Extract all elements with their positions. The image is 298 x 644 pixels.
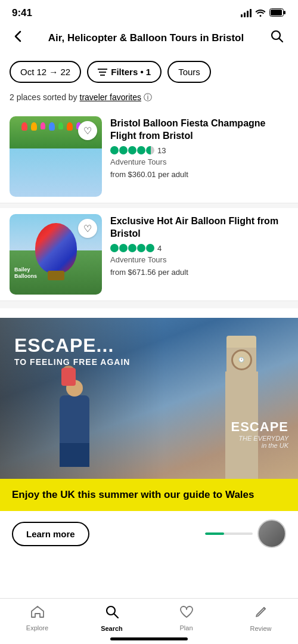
banner-subtitle: TO FEELING FREE AGAIN (14, 357, 130, 367)
banner-image: 🕐 ESCAPE... TO FEELING FREE AGAIN ESCAPE… (0, 318, 298, 479)
listing-image-wrap-2: BaileyBalloons ♡ (10, 214, 102, 295)
star-rating-2 (110, 244, 154, 252)
review-count-1: 13 (157, 146, 166, 155)
rating-row-2: 4 (110, 244, 288, 253)
svg-line-4 (280, 39, 283, 42)
listing-card-2[interactable]: BaileyBalloons ♡ Exclusive Hot Air Ballo… (0, 208, 298, 301)
listing-info-1: Bristol Balloon Fiesta Champagne Flight … (110, 116, 288, 197)
listing-title-2: Exclusive Hot Air Balloon Flight from Br… (110, 215, 288, 240)
person-silhouette (60, 395, 89, 467)
search-nav-icon (105, 605, 119, 623)
listing-info-2: Exclusive Hot Air Balloon Flight from Br… (110, 214, 288, 295)
nav-label-explore: Explore (26, 624, 48, 631)
nav-label-plan: Plan (179, 624, 193, 631)
banner-caption: Enjoy the UK this summer with our guide … (0, 479, 298, 511)
banner-ad[interactable]: 🕐 ESCAPE... TO FEELING FREE AGAIN ESCAPE… (0, 318, 298, 554)
svg-rect-2 (284, 11, 285, 14)
info-icon: ⓘ (144, 92, 152, 102)
progress-bar (205, 532, 253, 535)
home-indicator (110, 637, 188, 640)
battery-icon (269, 8, 286, 18)
filters-chip[interactable]: Filters • 1 (87, 61, 162, 83)
avatar (257, 519, 286, 548)
pencil-icon (254, 605, 268, 623)
progress-fill (205, 532, 224, 535)
listing-category-2: Adventure Tours (110, 255, 288, 264)
banner-text-block: ESCAPE... TO FEELING FREE AGAIN (14, 336, 130, 367)
listing-category-1: Adventure Tours (110, 157, 288, 166)
sort-info: 2 places sorted by traveler favorites ⓘ (0, 91, 298, 110)
banner-escape-right: ESCAPE THE EVERYDAYin the UK (231, 419, 288, 449)
nav-label-review: Review (250, 625, 271, 632)
filter-chip-label: Filters • 1 (111, 67, 151, 77)
rating-row-1: 13 (110, 146, 288, 155)
nav-item-plan[interactable]: Plan (169, 605, 204, 631)
nav-label-search: Search (101, 625, 123, 632)
star-rating-1 (110, 146, 154, 154)
wifi-icon (255, 8, 266, 18)
signal-icon (241, 9, 252, 17)
heart-icon (179, 605, 194, 622)
favorite-button-2[interactable]: ♡ (78, 219, 97, 238)
escape-small-text: THE EVERYDAYin the UK (231, 435, 288, 449)
search-header-button[interactable] (266, 27, 288, 49)
listing-title-1: Bristol Balloon Fiesta Champagne Flight … (110, 117, 288, 143)
learn-more-button[interactable]: Learn more (12, 522, 89, 546)
nav-item-review[interactable]: Review (243, 605, 279, 632)
escape-big-text: ESCAPE (231, 419, 288, 435)
banner-caption-text: Enjoy the UK this summer with our guide … (12, 488, 286, 501)
banner-escape-text: ESCAPE... (14, 336, 130, 355)
clock-tower: 🕐 (221, 318, 262, 479)
nav-item-explore[interactable]: Explore (20, 605, 55, 631)
listing-price-2: from $671.56 per adult (110, 268, 288, 277)
tours-chip[interactable]: Tours (167, 61, 211, 83)
traveler-favorites-link[interactable]: traveler favorites (80, 92, 141, 102)
review-count-2: 4 (157, 244, 162, 253)
listing-image-wrap-1: ♡ (10, 116, 102, 197)
progress-avatar-row (205, 519, 286, 548)
header: Air, Helicopter & Balloon Tours in Brist… (0, 23, 298, 56)
date-chip[interactable]: Oct 12 → 22 (10, 61, 81, 83)
listing-price-1: from $360.01 per adult (110, 170, 288, 179)
divider-2 (0, 301, 298, 308)
svg-rect-1 (271, 10, 282, 16)
status-icons (241, 8, 286, 18)
status-bar: 9:41 (0, 0, 298, 23)
listing-card-1[interactable]: ♡ Bristol Balloon Fiesta Champagne Fligh… (0, 110, 298, 203)
status-time: 9:41 (12, 7, 32, 19)
nav-item-search[interactable]: Search (94, 605, 130, 632)
divider-1 (0, 203, 298, 208)
home-icon (30, 605, 45, 622)
filter-row: Oct 12 → 22 Filters • 1 Tours (0, 56, 298, 91)
svg-line-9 (114, 614, 118, 618)
back-button[interactable] (10, 28, 26, 48)
learn-more-row: Learn more (0, 511, 298, 554)
favorite-button-1[interactable]: ♡ (78, 121, 97, 140)
page-title: Air, Helicopter & Balloon Tours in Brist… (26, 32, 266, 45)
